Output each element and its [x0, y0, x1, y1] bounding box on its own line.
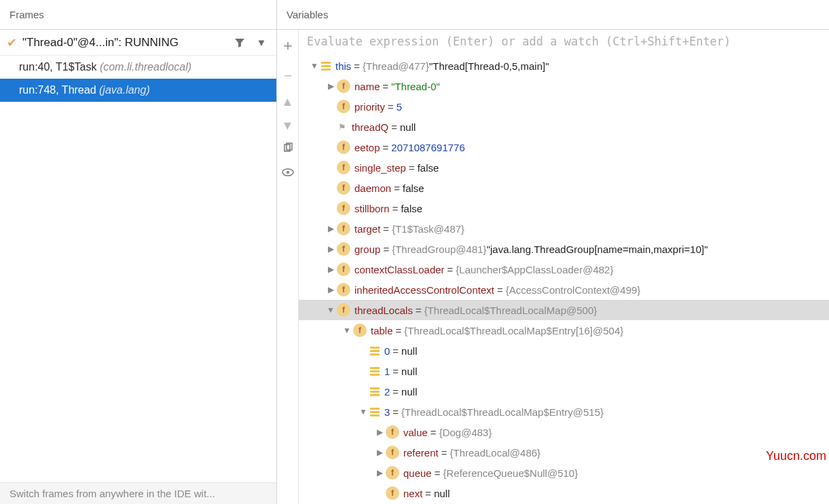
field-icon: f [337, 242, 350, 256]
object-icon [369, 408, 380, 416]
var-value: {ThreadLocal@486} [449, 447, 540, 459]
tree-row[interactable]: ▼ftable={ThreadLocal$ThreadLocalMap$Entr… [299, 320, 829, 341]
tree-row[interactable]: ▶fgroup={ThreadGroup@481} "java.lang.Thr… [299, 239, 829, 259]
equals: = [416, 305, 422, 316]
equals: = [383, 81, 389, 92]
dropdown-icon[interactable]: ▼ [253, 35, 270, 51]
tree-row[interactable]: ▶fstillborn=false [299, 198, 829, 218]
var-name: value [403, 427, 428, 438]
equals: = [447, 264, 454, 275]
frames-panel: Frames ✔ "Thread-0"@4...in": RUNNING ▼ r… [0, 0, 277, 504]
expand-arrow-icon[interactable]: ▶ [325, 244, 337, 254]
var-name: queue [403, 467, 432, 479]
var-name: 3 [384, 406, 390, 418]
tree-row[interactable]: ▶freferent={ThreadLocal@486} [299, 442, 829, 463]
var-name: 0 [384, 345, 390, 357]
expand-arrow-icon[interactable]: ▶ [325, 265, 337, 274]
field-icon: f [386, 466, 399, 480]
frame-row[interactable]: run:40, T1$Task (com.li.threadlocal) [0, 56, 276, 79]
tree-row[interactable]: ▶fsingle_step=false [299, 157, 829, 178]
field-icon: f [386, 425, 399, 439]
var-name: stillborn [354, 203, 390, 214]
tree-row[interactable]: ▶fnext=null [299, 483, 829, 503]
var-name: single_step [354, 162, 406, 174]
field-icon: f [337, 181, 350, 195]
show-watches-icon[interactable] [282, 166, 294, 180]
expand-arrow-icon[interactable]: ▼ [357, 407, 369, 416]
tree-row[interactable]: ▶fname="Thread-0" [299, 76, 829, 96]
var-value: {ThreadLocal$ThreadLocalMap@500} [424, 305, 597, 316]
tree-row[interactable]: ▶finheritedAccessControlContext={AccessC… [299, 279, 829, 300]
tree-row[interactable]: ▼fthreadLocals={ThreadLocal$ThreadLocalM… [299, 300, 829, 320]
field-icon: f [337, 283, 350, 296]
equals: = [354, 60, 360, 72]
move-down-icon[interactable]: ▼ [282, 119, 294, 133]
var-name: 1 [384, 366, 390, 377]
filter-icon[interactable] [232, 35, 248, 51]
expand-arrow-icon[interactable]: ▼ [308, 61, 320, 71]
check-icon: ✔ [7, 35, 17, 50]
var-value: null [400, 121, 416, 133]
frame-location: run:40, T1$Task [19, 61, 100, 73]
tree-row[interactable]: ▶fqueue={ReferenceQueue$Null@510} [299, 463, 829, 483]
var-name: referent [403, 447, 439, 459]
object-icon [320, 62, 331, 71]
var-value: {ThreadLocal$ThreadLocalMap$Entry[16]@50… [404, 325, 623, 336]
variables-header: Variables [277, 0, 829, 30]
var-value: {Thread@477} [363, 60, 429, 72]
var-value: null [401, 345, 417, 357]
thread-name[interactable]: "Thread-0"@4...in": RUNNING [22, 36, 226, 50]
expand-arrow-icon[interactable]: ▶ [373, 448, 386, 457]
field-icon: f [337, 263, 350, 276]
expand-arrow-icon[interactable]: ▶ [373, 427, 386, 437]
expand-arrow-icon[interactable]: ▶ [325, 224, 337, 233]
tree-row[interactable]: ▶0=null [299, 341, 829, 361]
tree-row[interactable]: ▶fdaemon=false [299, 178, 829, 198]
tree-row[interactable]: ▼this={Thread@477} "Thread[Thread-0,5,ma… [299, 56, 829, 76]
equals: = [396, 325, 402, 336]
var-value: 2071087691776 [391, 142, 464, 153]
var-value: null [401, 366, 417, 377]
tree-row[interactable]: ▶2=null [299, 381, 829, 402]
tree-row[interactable]: ▼3={ThreadLocal$ThreadLocalMap$Entry@515… [299, 402, 829, 422]
tree-row[interactable]: ▶fvalue={Dog@483} [299, 422, 829, 442]
var-value: false [401, 203, 422, 214]
tree-row[interactable]: ▶fcontextClassLoader={Launcher$AppClassL… [299, 259, 829, 279]
tree-row[interactable]: ▶fpriority=5 [299, 96, 829, 117]
watermark: Yuucn.com [766, 449, 826, 463]
equals: = [409, 162, 415, 174]
var-name: next [403, 488, 422, 499]
var-value: false [403, 182, 424, 194]
var-value: null [434, 488, 449, 499]
remove-watch-icon[interactable]: － [280, 65, 295, 85]
svg-point-3 [287, 171, 289, 174]
frame-package: (java.lang) [99, 84, 150, 96]
field-icon: f [337, 161, 350, 174]
expand-arrow-icon[interactable]: ▼ [325, 305, 337, 315]
frame-row[interactable]: run:748, Thread (java.lang) [0, 79, 276, 102]
object-icon [369, 367, 380, 376]
move-up-icon[interactable]: ▲ [282, 95, 294, 109]
expand-arrow-icon[interactable]: ▶ [325, 285, 337, 294]
var-name: daemon [354, 182, 391, 194]
expand-arrow-icon[interactable]: ▶ [325, 81, 337, 91]
field-icon: f [337, 140, 350, 154]
var-value: "Thread-0" [391, 81, 440, 92]
var-name: priority [354, 101, 385, 113]
tree-row[interactable]: ▶ftarget={T1$Task@487} [299, 218, 829, 239]
expand-arrow-icon[interactable]: ▶ [373, 468, 386, 478]
field-icon: f [386, 446, 399, 459]
var-name: threadLocals [354, 305, 413, 316]
add-watch-icon[interactable]: ＋ [280, 35, 295, 56]
equals: = [497, 284, 503, 296]
tree-row[interactable]: ▶1=null [299, 361, 829, 381]
tree-row[interactable]: ▶⚑threadQ=null [299, 117, 829, 137]
copy-icon[interactable] [282, 142, 293, 157]
var-name: threadQ [352, 121, 388, 133]
tree-row[interactable]: ▶feetop=2071087691776 [299, 137, 829, 157]
expand-arrow-icon[interactable]: ▼ [341, 326, 353, 335]
var-value: {AccessControlContext@499} [506, 284, 641, 296]
equals: = [430, 427, 437, 438]
evaluate-expression-input[interactable]: Evaluate expression (Enter) or add a wat… [299, 30, 829, 53]
frame-package: (com.li.threadlocal) [100, 61, 191, 73]
